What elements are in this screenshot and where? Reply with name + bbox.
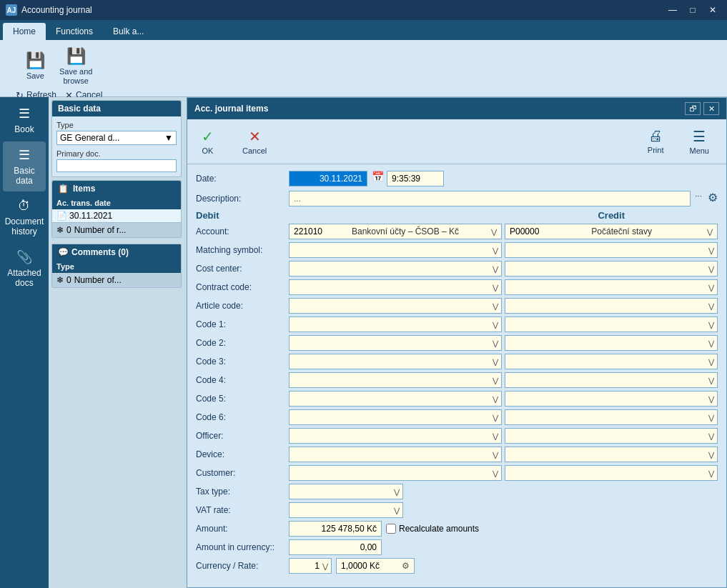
amount-input[interactable] [289,521,382,537]
menu-button[interactable]: ☰ Menu [679,124,719,159]
cost-center-credit[interactable]: ⋁ [505,261,718,276]
code2-credit[interactable]: ⋁ [505,335,718,351]
recalculate-checkbox[interactable] [386,524,396,534]
code4-debit[interactable]: ⋁ [289,372,502,388]
vat-rate-input[interactable]: ⋁ [289,502,403,518]
article-code-credit[interactable]: ⋁ [505,298,718,314]
modal-form: Date: 📅 Description: ··· ⚙ [187,164,726,587]
modal-title-controls: 🗗 ✕ [685,102,719,115]
cancel-form-button[interactable]: ✕ Cancel [235,125,274,158]
currency-value: 1 [315,561,320,571]
account-debit-code: 221010 [294,226,322,236]
code4-label: Code 4: [196,375,289,385]
ms-debit-arrow: ⋁ [493,246,498,254]
code1-debit[interactable]: ⋁ [289,317,502,332]
code3-debit[interactable]: ⋁ [289,354,502,369]
account-credit-select[interactable]: P00000 Počáteční stavy ⋁ [505,224,718,239]
desc-dots-icon[interactable]: ··· [695,191,702,206]
code3-credit[interactable]: ⋁ [505,354,718,369]
desc-action-icon[interactable]: ⚙ [708,191,718,206]
attached-docs-icon: 📎 [16,249,32,265]
account-debit-field: 221010 Bankovní účty – ČSOB – Kč ⋁ [289,224,502,239]
comments-footer-label: Number of... [74,275,122,285]
code6-debit[interactable]: ⋁ [289,409,502,425]
code5-debit[interactable]: ⋁ [289,391,502,407]
maximize-button[interactable]: □ [684,4,701,16]
account-row: Account: 221010 Bankovní účty – ČSOB – K… [196,224,718,239]
modal-toolbar-right: 🖨 Print ☰ Menu [638,124,719,159]
save-browse-button[interactable]: 💾 Save and browse [54,44,98,89]
device-credit[interactable]: ⋁ [505,447,718,462]
type-select[interactable]: GE General d... ▼ [56,131,177,145]
description-input[interactable] [289,191,691,206]
sidebar: ☰ Book ☰ Basic data ⏱ Document history 📎… [0,97,49,588]
article-code-debit[interactable]: ⋁ [289,298,502,314]
amount-wrap: Recalculate amounts [289,521,718,537]
code3-row: Code 3: ⋁ ⋁ [196,354,718,369]
officer-credit[interactable]: ⋁ [505,428,718,444]
tax-type-input[interactable]: ⋁ [289,484,403,499]
print-icon: 🖨 [648,128,663,144]
app-title: Accounting journal [21,5,660,15]
code2-debit[interactable]: ⋁ [289,335,502,351]
date-input[interactable] [289,171,367,186]
print-button[interactable]: 🖨 Print [638,124,674,159]
officer-row: Officer: ⋁ ⋁ [196,428,718,444]
contract-code-credit[interactable]: ⋁ [505,279,718,295]
comments-icon: 💬 [58,247,69,257]
sidebar-item-document-history[interactable]: ⏱ Document history [3,193,46,242]
contract-code-debit[interactable]: ⋁ [289,279,502,295]
tax-type-label: Tax type: [196,487,289,497]
matching-symbol-label: Matching symbol: [196,245,289,255]
calendar-icon[interactable]: 📅 [372,171,384,186]
acode-credit-arrow: ⋁ [708,302,714,310]
sidebar-item-attached-docs[interactable]: 📎 Attached docs [3,244,46,294]
account-debit-arrow: ⋁ [491,228,497,236]
ccode-credit-arrow: ⋁ [708,284,714,291]
customer-credit[interactable]: ⋁ [505,465,718,481]
save-button[interactable]: 💾 Save [20,49,51,84]
amount-currency-input[interactable] [289,539,382,555]
code6-label: Code 6: [196,412,289,422]
items-cell-date: 📄 30.11.2021 [52,209,181,223]
debit-label: Debit [196,210,410,221]
table-row[interactable]: 📄 30.11.2021 [52,209,181,223]
comments-header-label: Comments (0) [71,247,129,257]
ok-button[interactable]: ✓ OK [194,125,221,158]
ccode-debit-arrow: ⋁ [493,284,498,291]
matching-symbol-debit[interactable]: ⋁ [289,242,502,258]
sidebar-item-basic-data[interactable]: ☰ Basic data [3,141,46,191]
sidebar-item-document-history-label: Document history [5,216,44,236]
code5-credit[interactable]: ⋁ [505,391,718,407]
sidebar-item-attached-docs-label: Attached docs [6,268,43,288]
modal-restore-button[interactable]: 🗗 [685,102,701,115]
tab-home[interactable]: Home [3,23,46,40]
close-button[interactable]: ✕ [704,4,721,16]
sidebar-item-book[interactable]: ☰ Book [3,100,46,140]
code6-credit[interactable]: ⋁ [505,409,718,425]
book-icon: ☰ [19,106,30,121]
contract-code-label: Contract code: [196,282,289,292]
rate-gear-icon[interactable]: ⚙ [402,561,410,571]
matching-symbol-credit[interactable]: ⋁ [505,242,718,258]
credit-label: Credit [410,210,718,221]
officer-debit[interactable]: ⋁ [289,428,502,444]
currency-input[interactable]: 1 ⋁ [289,558,332,574]
tab-bulk[interactable]: Bulk a... [103,23,154,40]
minimize-button[interactable]: — [664,4,681,16]
device-debit[interactable]: ⋁ [289,447,502,462]
modal-title-bar: Acc. journal items 🗗 ✕ [187,98,726,119]
code1-credit[interactable]: ⋁ [505,317,718,332]
account-debit-select[interactable]: 221010 Bankovní účty – ČSOB – Kč ⋁ [289,224,502,239]
items-section: 📋 Items Ac. trans. date 📄 30.11.2021 [51,180,182,238]
modal-close-button[interactable]: ✕ [703,102,719,115]
time-input[interactable] [387,171,444,186]
rate-input[interactable]: 1,0000 Kč ⚙ [336,558,415,574]
cost-center-debit[interactable]: ⋁ [289,261,502,276]
code4-credit[interactable]: ⋁ [505,372,718,388]
account-credit-field: P00000 Počáteční stavy ⋁ [505,224,718,239]
customer-debit[interactable]: ⋁ [289,465,502,481]
primary-doc-input[interactable] [56,159,177,172]
description-label: Description: [196,194,289,204]
tab-functions[interactable]: Functions [46,23,103,40]
